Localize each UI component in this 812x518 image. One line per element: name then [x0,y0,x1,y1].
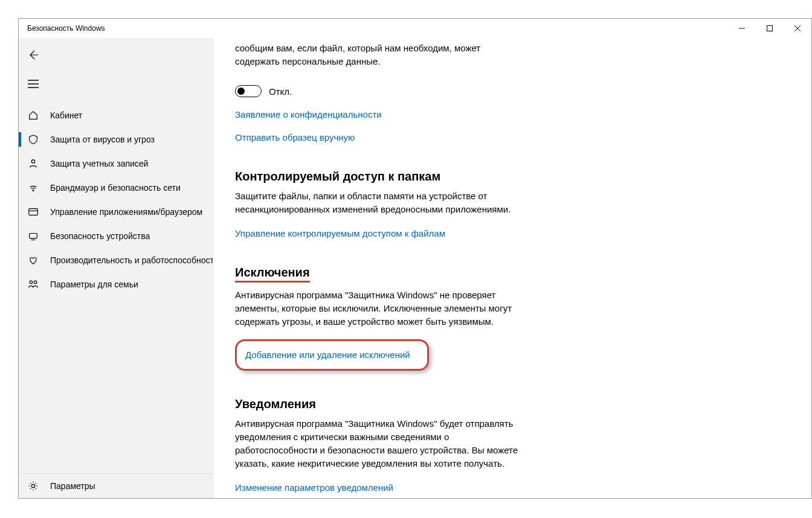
sidebar-item-virus-threat[interactable]: Защита от вирусов и угроз [19,127,213,152]
submit-sample-link[interactable]: Отправить образец вручную [235,132,355,142]
svg-rect-9 [29,209,37,216]
svg-point-8 [33,190,34,191]
home-icon [27,109,39,121]
sidebar: Кабинет Защита от вирусов и угроз Защита… [19,38,213,498]
controlled-folder-section: Контролируемый доступ к папкам Защитите … [235,170,519,239]
sidebar-item-home[interactable]: Кабинет [19,103,213,127]
window-title: Безопасность Windows [27,24,105,33]
svg-point-15 [31,484,34,487]
svg-rect-11 [30,234,37,238]
section-title: Уведомления [235,397,519,411]
window-controls [728,19,811,38]
svg-point-13 [30,281,33,284]
section-title: Исключения [235,266,519,283]
svg-point-7 [31,160,34,163]
hamburger-button[interactable] [19,71,48,97]
exclusions-title-highlighted: Исключения [235,266,310,283]
section-description: Антивирусная программа "Защитника Window… [235,289,519,328]
toggle-row: Откл. [235,85,519,97]
sidebar-item-label: Производительность и работоспособность у… [50,255,213,265]
sidebar-item-label: Защита учетных записей [50,159,148,168]
highlighted-action: Добавление или удаление исключений [235,339,429,371]
device-icon [27,230,39,242]
minimize-button[interactable] [728,19,756,38]
maximize-button[interactable] [756,19,784,38]
sidebar-item-health[interactable]: Производительность и работоспособность у… [19,248,213,272]
close-button[interactable] [784,19,811,38]
heart-icon [27,254,39,266]
sidebar-item-label: Управление приложениями/браузером [50,207,202,217]
sidebar-item-app-browser[interactable]: Управление приложениями/браузером [19,200,213,224]
sidebar-item-label: Кабинет [50,110,82,120]
wifi-icon [27,182,39,194]
sample-submission-section: сообщим вам, если файл, который нам необ… [235,42,519,143]
browser-icon [27,206,39,218]
sidebar-item-label: Параметры для семьи [50,280,138,289]
titlebar: Безопасность Windows [19,19,811,38]
notifications-section: Уведомления Антивирусная программа "Защи… [235,397,519,493]
privacy-statement-link[interactable]: Заявление о конфиденциальности [235,109,382,120]
content-area: сообщим вам, если файл, который нам необ… [213,38,811,498]
sidebar-top [19,38,213,103]
sidebar-bottom: Параметры [19,473,213,498]
section-description: Антивирусная программа "Защитника Window… [235,417,519,470]
truncated-description: сообщим вам, если файл, который нам необ… [235,42,519,68]
svg-rect-1 [767,26,773,31]
back-button[interactable] [19,42,48,68]
family-icon [27,278,39,290]
sidebar-item-label: Брандмауэр и безопасность сети [50,183,181,193]
add-remove-exclusions-link[interactable]: Добавление или удаление исключений [245,350,410,360]
gear-icon [27,480,39,492]
sidebar-item-family[interactable]: Параметры для семьи [19,272,213,296]
sidebar-item-label: Безопасность устройства [50,231,150,241]
toggle-label: Откл. [269,86,292,97]
sidebar-item-label: Защита от вирусов и угроз [50,135,155,144]
shield-icon [27,133,39,145]
security-window: Безопасность Windows Кабинет [18,18,812,499]
sample-submission-toggle[interactable] [235,85,262,97]
svg-point-14 [34,281,37,284]
manage-controlled-access-link[interactable]: Управление контролируемым доступом к фай… [235,228,445,238]
section-description: Защитите файлы, папки и области памяти н… [235,190,519,216]
change-notification-settings-link[interactable]: Изменение параметров уведомлений [235,482,393,493]
window-body: Кабинет Защита от вирусов и угроз Защита… [19,38,811,498]
sidebar-item-account[interactable]: Защита учетных записей [19,152,213,176]
sidebar-nav: Кабинет Защита от вирусов и угроз Защита… [19,103,213,473]
sidebar-item-device-security[interactable]: Безопасность устройства [19,224,213,248]
sidebar-item-firewall[interactable]: Брандмауэр и безопасность сети [19,176,213,200]
sidebar-item-settings[interactable]: Параметры [19,474,213,498]
exclusions-section: Исключения Антивирусная программа "Защит… [235,266,519,371]
sidebar-item-label: Параметры [50,481,95,491]
person-icon [27,158,39,170]
section-title: Контролируемый доступ к папкам [235,170,519,184]
